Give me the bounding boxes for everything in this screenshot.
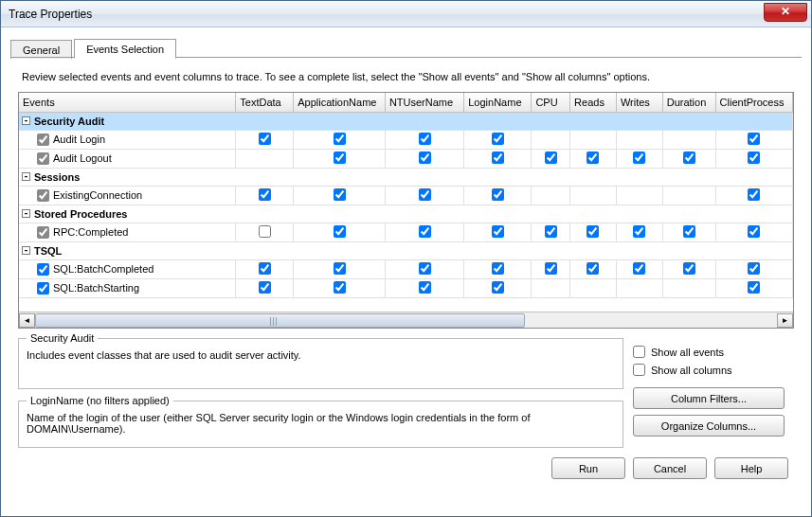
- cell-checkbox[interactable]: [334, 133, 346, 145]
- cell-checkbox[interactable]: [492, 188, 504, 201]
- cell-checkbox[interactable]: [586, 152, 599, 164]
- cell-checkbox[interactable]: [683, 225, 695, 238]
- close-button[interactable]: ✕: [764, 3, 807, 22]
- col-appname[interactable]: ApplicationName: [294, 93, 386, 112]
- category-tsql[interactable]: - TSQL: [19, 241, 793, 259]
- show-all-events[interactable]: Show all events: [633, 346, 794, 358]
- cell-checkbox[interactable]: [545, 225, 557, 238]
- cell-checkbox[interactable]: [748, 225, 760, 238]
- category-stored-procedures[interactable]: - Stored Procedures: [19, 205, 793, 223]
- cell-checkbox[interactable]: [748, 152, 760, 164]
- cell-checkbox[interactable]: [633, 152, 645, 164]
- event-batch-completed[interactable]: SQL:BatchCompleted: [19, 259, 793, 278]
- horizontal-scrollbar[interactable]: ◄ ►: [19, 312, 793, 328]
- col-writes[interactable]: Writes: [616, 93, 662, 112]
- cell-checkbox[interactable]: [334, 225, 346, 238]
- scroll-left-arrow[interactable]: ◄: [19, 313, 35, 328]
- event-enable-checkbox[interactable]: [37, 263, 49, 276]
- col-textdata[interactable]: TextData: [236, 93, 294, 112]
- cell-checkbox[interactable]: [334, 262, 346, 275]
- column-filters-button[interactable]: Column Filters...: [633, 387, 785, 409]
- tab-events-selection[interactable]: Events Selection: [74, 39, 176, 59]
- cell-checkbox[interactable]: [419, 133, 431, 145]
- cell-checkbox[interactable]: [259, 281, 271, 294]
- event-existing-connection[interactable]: ExistingConnection: [19, 186, 793, 205]
- tab-general[interactable]: General: [10, 40, 72, 59]
- event-label: SQL:BatchCompleted: [53, 263, 153, 275]
- titlebar: Trace Properties ✕: [1, 1, 811, 27]
- cell-checkbox[interactable]: [492, 225, 504, 238]
- cell-checkbox[interactable]: [419, 152, 431, 164]
- event-enable-checkbox[interactable]: [37, 226, 49, 239]
- category-label: Sessions: [34, 171, 80, 183]
- show-all-events-checkbox[interactable]: [633, 346, 645, 358]
- col-clientprocess[interactable]: ClientProcess: [715, 93, 792, 112]
- category-security-audit[interactable]: - Security Audit: [19, 112, 793, 130]
- description-group: Security Audit Includes event classes th…: [18, 332, 623, 389]
- events-grid: Events TextData ApplicationName NTUserNa…: [18, 92, 794, 329]
- col-loginname[interactable]: LoginName: [464, 93, 532, 112]
- event-audit-logout[interactable]: Audit Logout: [19, 149, 793, 168]
- cell-checkbox[interactable]: [545, 152, 557, 164]
- cell-checkbox[interactable]: [259, 133, 271, 145]
- cell-checkbox[interactable]: [633, 225, 645, 238]
- cell-checkbox[interactable]: [748, 188, 760, 201]
- toggle-sessions[interactable]: -: [22, 172, 30, 181]
- category-label: TSQL: [34, 245, 62, 257]
- cell-checkbox[interactable]: [748, 281, 760, 294]
- cell-checkbox[interactable]: [419, 262, 431, 275]
- toggle-stored-procedures[interactable]: -: [22, 209, 30, 218]
- category-sessions[interactable]: - Sessions: [19, 168, 793, 186]
- cell-checkbox[interactable]: [419, 281, 431, 294]
- cell-checkbox[interactable]: [334, 281, 346, 294]
- cell-checkbox[interactable]: [586, 225, 599, 238]
- filter-group: LoginName (no filters applied) Name of t…: [18, 395, 623, 448]
- cell-checkbox[interactable]: [492, 152, 504, 164]
- category-label: Stored Procedures: [34, 208, 127, 220]
- event-enable-checkbox[interactable]: [37, 152, 49, 165]
- cell-checkbox[interactable]: [492, 262, 504, 275]
- scroll-right-arrow[interactable]: ►: [777, 313, 793, 328]
- cell-checkbox[interactable]: [683, 262, 695, 275]
- cell-checkbox[interactable]: [586, 262, 599, 275]
- cell-checkbox[interactable]: [259, 262, 271, 275]
- run-button[interactable]: Run: [551, 457, 625, 479]
- cell-checkbox[interactable]: [683, 152, 695, 164]
- show-all-columns-checkbox[interactable]: [633, 364, 645, 376]
- cell-checkbox[interactable]: [259, 188, 271, 201]
- organize-columns-button[interactable]: Organize Columns...: [633, 415, 785, 437]
- cell-checkbox[interactable]: [492, 133, 504, 145]
- event-enable-checkbox[interactable]: [37, 282, 49, 294]
- col-cpu[interactable]: CPU: [532, 93, 570, 112]
- col-reads[interactable]: Reads: [570, 93, 617, 112]
- cell-checkbox[interactable]: [633, 262, 645, 275]
- col-events[interactable]: Events: [19, 93, 236, 112]
- event-audit-login[interactable]: Audit Login: [19, 130, 793, 149]
- cell-checkbox[interactable]: [748, 262, 760, 275]
- filter-text: Name of the login of the user (either SQ…: [27, 412, 615, 435]
- toggle-security-audit[interactable]: -: [22, 116, 30, 125]
- cell-checkbox[interactable]: [748, 133, 760, 145]
- scroll-thumb[interactable]: [35, 313, 525, 328]
- event-enable-checkbox[interactable]: [37, 189, 49, 202]
- cell-checkbox[interactable]: [334, 152, 346, 164]
- cell-checkbox[interactable]: [492, 281, 504, 294]
- cell-checkbox[interactable]: [259, 225, 271, 238]
- toggle-tsql[interactable]: -: [22, 246, 30, 255]
- cell-checkbox[interactable]: [419, 225, 431, 238]
- cell-checkbox[interactable]: [334, 188, 346, 201]
- cell-checkbox[interactable]: [419, 188, 431, 201]
- event-batch-starting[interactable]: SQL:BatchStarting: [19, 278, 793, 297]
- event-enable-checkbox[interactable]: [37, 134, 49, 146]
- event-label: ExistingConnection: [53, 189, 142, 201]
- col-ntusername[interactable]: NTUserName: [385, 93, 463, 112]
- cell-checkbox[interactable]: [545, 262, 557, 275]
- scroll-track[interactable]: [35, 313, 777, 328]
- show-all-columns[interactable]: Show all columns: [633, 364, 794, 376]
- event-rpc-completed[interactable]: RPC:Completed: [19, 223, 793, 241]
- help-button[interactable]: Help: [714, 457, 788, 479]
- description-text: Includes event classes that are used to …: [27, 349, 615, 361]
- col-duration[interactable]: Duration: [662, 93, 715, 112]
- cancel-button[interactable]: Cancel: [633, 457, 707, 479]
- category-label: Security Audit: [34, 116, 104, 127]
